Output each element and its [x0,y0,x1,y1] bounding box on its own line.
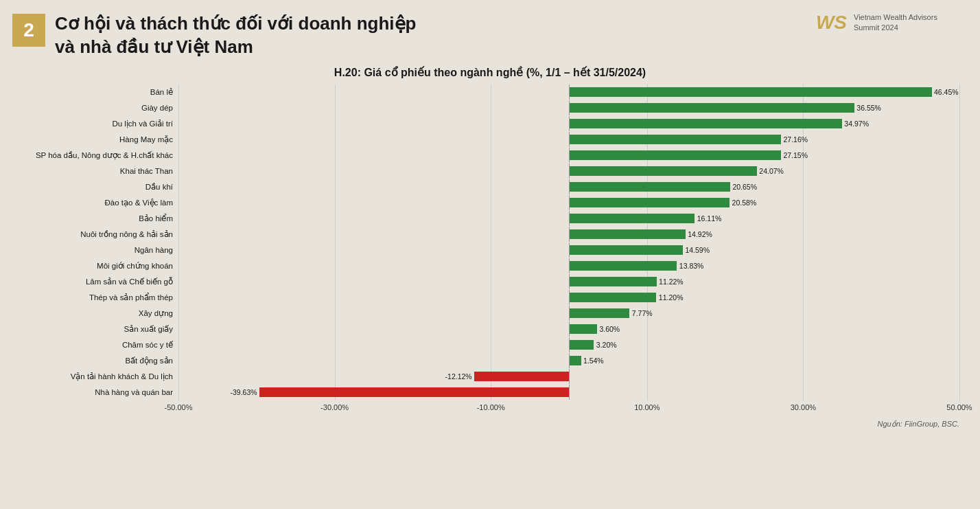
chart-body: Bán lẻ46.45%Giày dép36.55%Du lịch và Giả… [21,84,959,400]
bar-label: Chăm sóc y tế [21,340,178,350]
bar-label: Du lịch và Giải trí [21,119,178,128]
x-tick-label: 10.00% [634,403,660,411]
main-title: Cơ hội và thách thức đối với doanh nghiệ… [55,12,806,59]
bar-value-label: 24.07% [759,167,784,175]
zero-line [569,337,570,352]
bar-fill [569,324,597,334]
bar-area: 14.59% [178,242,959,258]
bar-label: Đào tạo & Việc làm [21,198,178,207]
x-axis: -50.00%-30.00%-10.00%10.00%30.00%50.00% [21,403,959,417]
zero-line [569,321,570,337]
bar-value-label: 1.54% [583,357,604,365]
bar-area: 3.20% [178,337,959,352]
bar-label: Xây dựng [21,308,178,318]
logo-ws: WS [816,13,847,32]
bar-value-label: 3.60% [599,325,620,333]
x-tick-label: -10.00% [477,403,505,411]
bar-row: Lâm sản và Chế biến gỗ11.22% [21,274,959,289]
bar-row: Môi giới chứng khoán13.83% [21,258,959,273]
zero-line [569,148,570,163]
bar-value-label: 16.11% [697,214,722,223]
slide-number: 2 [12,14,45,47]
bar-row: Ngân hàng14.59% [21,242,959,258]
bar-area: 11.22% [178,274,959,289]
zero-line [569,163,570,179]
logo-text: Vietnam Wealth Advisors Summit 2024 [854,12,964,34]
zero-line [569,179,570,194]
bar-value-label: 14.92% [688,230,712,238]
zero-line [569,211,570,226]
bar-fill [569,277,657,286]
bar-fill [569,293,656,302]
logo-block: WS Vietnam Wealth Advisors Summit 2024 [816,12,964,34]
bar-area: 36.55% [178,100,959,115]
bar-area: 13.83% [178,258,959,273]
bar-value-label: 46.45% [934,88,959,96]
bar-fill [569,245,683,255]
bar-value-label: -39.63% [231,388,257,396]
chart-title: H.20: Giá cổ phiếu theo ngành nghề (%, 1… [21,66,959,79]
bar-value-label: 13.83% [679,262,704,270]
bar-area: 11.20% [178,290,959,305]
x-tick-label: 50.00% [946,403,972,411]
bar-fill [569,103,854,113]
zero-line [569,258,570,273]
grid-line [959,84,960,400]
bar-fill [569,340,594,350]
zero-line [569,353,570,368]
title-line2: và nhà đầu tư Việt Nam [55,36,253,57]
bar-value-label: 11.20% [659,293,684,302]
bar-value-label: 11.22% [659,278,684,286]
bar-value-label: 3.20% [596,341,617,349]
zero-line [569,306,570,321]
bar-label: Hàng May mặc [21,135,178,144]
zero-line [569,100,570,115]
bar-area: -12.12% [178,369,959,384]
bar-value-label: 14.59% [685,246,710,254]
zero-line [569,116,570,131]
bar-area: 34.97% [178,116,959,131]
zero-line [569,84,570,100]
bar-label: Khai thác Than [21,167,178,175]
header: 2 Cơ hội và thách thức đối với doanh ngh… [0,0,980,66]
bar-label: Bán lẻ [21,87,178,97]
x-tick-label: 30.00% [791,403,816,411]
bar-fill [569,135,781,144]
bar-area: 16.11% [178,211,959,226]
bar-label: Sản xuất giấy [21,324,178,334]
bar-fill [569,308,629,318]
bar-row: Hàng May mặc27.16% [21,132,959,147]
bar-area: 27.16% [178,132,959,147]
bar-value-label: 7.77% [632,309,653,317]
bars-container: Bán lẻ46.45%Giày dép36.55%Du lịch và Giả… [21,84,959,400]
bar-fill [569,261,677,271]
bar-area: 7.77% [178,306,959,321]
x-tick-label: -30.00% [320,403,349,411]
chart-section: H.20: Giá cổ phiếu theo ngành nghề (%, 1… [0,66,980,417]
bar-value-label: 36.55% [856,104,881,112]
bar-label: Lâm sản và Chế biến gỗ [21,277,178,286]
bar-area: 24.07% [178,163,959,179]
bar-label: SP hóa dầu, Nông dược & H.chất khác [21,150,178,160]
bar-row: Dầu khí20.65% [21,179,959,194]
bar-value-label: 27.16% [783,135,808,144]
bar-fill [569,119,842,128]
bar-row: Bất động sản1.54% [21,353,959,368]
bar-row: Vận tải hành khách & Du lịch-12.12% [21,369,959,384]
bar-row: Xây dựng7.77% [21,306,959,321]
bar-fill [569,166,757,176]
zero-line [569,369,570,384]
bar-label: Bảo hiểm [21,214,178,223]
zero-line [569,195,570,210]
bar-row: Giày dép36.55% [21,100,959,115]
bar-value-label: -12.12% [445,372,472,381]
zero-line [569,274,570,289]
bar-area: 20.58% [178,195,959,210]
bar-label: Thép và sản phẩm thép [21,293,178,302]
zero-line [569,227,570,242]
bar-fill [569,182,730,192]
zero-line [569,385,570,400]
zero-line [569,132,570,147]
bar-fill [569,87,932,97]
bar-row: Đào tạo & Việc làm20.58% [21,195,959,210]
